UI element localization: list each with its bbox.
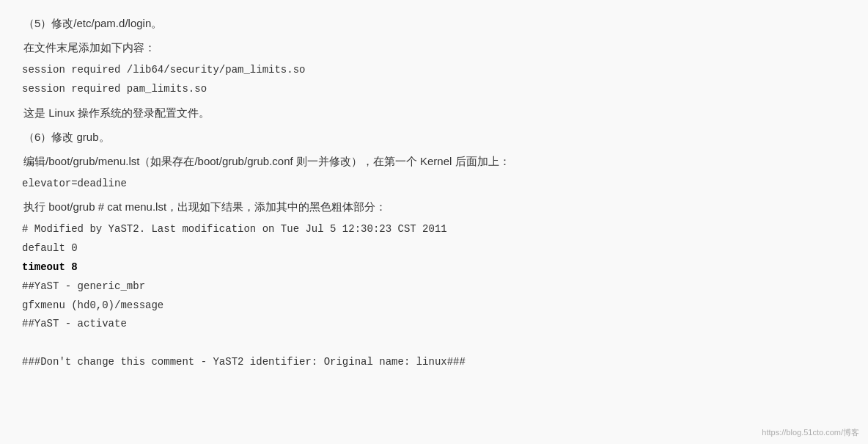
step6-heading: （6）修改 grub。 bbox=[22, 127, 846, 147]
step6-code-line4: ##YaST - generic_mbr bbox=[22, 278, 846, 296]
step5-note-block: 这是 Linux 操作系统的登录配置文件。 bbox=[22, 103, 846, 123]
step5-heading-block: （5）修改/etc/pam.d/login。 bbox=[22, 13, 846, 33]
step6-code-line7-empty bbox=[22, 335, 846, 352]
step6-code-line8: ###Don't change this comment - YaST2 ide… bbox=[22, 354, 846, 371]
step6-code-line5: gfxmenu (hd0,0)/message bbox=[22, 297, 846, 315]
step5-note: 这是 Linux 操作系统的登录配置文件。 bbox=[22, 103, 846, 123]
step6-desc2: 执行 boot/grub # cat menu.lst，出现如下结果，添加其中的… bbox=[22, 197, 846, 216]
step6-desc1: 编辑/boot/grub/menu.lst（如果存在/boot/grub/gru… bbox=[22, 151, 846, 171]
step6-code-line3-timeout: timeout 8 bbox=[22, 259, 846, 277]
step5-desc-block: 在文件末尾添加如下内容： bbox=[22, 37, 846, 57]
step5-code-line1: session required /lib64/security/pam_lim… bbox=[22, 62, 846, 79]
step6-code-line2: default 0 bbox=[22, 240, 846, 258]
step6-code-elevator: elevator=deadline bbox=[22, 175, 846, 193]
step6-heading-block: （6）修改 grub。 bbox=[22, 127, 846, 147]
step6-code-line6: ##YaST - activate bbox=[22, 316, 846, 333]
step5-code-block: session required /lib64/security/pam_lim… bbox=[22, 62, 846, 98]
step6-code2-block: # Modified by YaST2. Last modification o… bbox=[22, 221, 846, 371]
step6-code-line1: # Modified by YaST2. Last modification o… bbox=[22, 221, 846, 239]
step5-desc: 在文件末尾添加如下内容： bbox=[22, 37, 846, 57]
step5-code-line2: session required pam_limits.so bbox=[22, 81, 846, 98]
watermark: https://blog.51cto.com/博客 bbox=[762, 427, 859, 438]
step6-desc1-block: 编辑/boot/grub/menu.lst（如果存在/boot/grub/gru… bbox=[22, 151, 846, 171]
step5-heading: （5）修改/etc/pam.d/login。 bbox=[22, 13, 846, 33]
page-container: （5）修改/etc/pam.d/login。 在文件末尾添加如下内容： sess… bbox=[0, 0, 868, 444]
step6-desc2-block: 执行 boot/grub # cat menu.lst，出现如下结果，添加其中的… bbox=[22, 197, 846, 216]
step6-code1-block: elevator=deadline bbox=[22, 175, 846, 193]
